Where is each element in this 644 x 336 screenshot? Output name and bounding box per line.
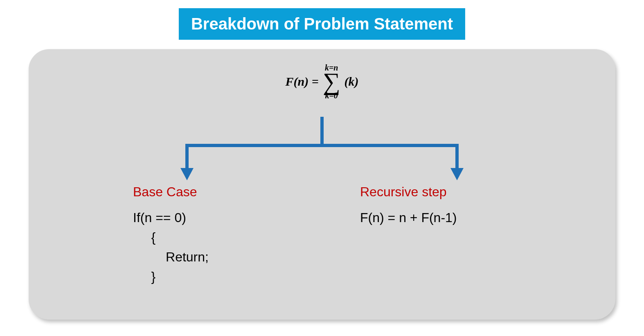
base-case-branch: Base Case If(n == 0) { Return; } <box>133 184 313 286</box>
recursive-step-body: F(n) = n + F(n-1) <box>360 208 540 227</box>
formula-rhs: (k) <box>345 75 359 89</box>
summation-formula: F(n) = k=n ∑ k=0 (k) <box>285 64 358 100</box>
diagram-panel: F(n) = k=n ∑ k=0 (k) Base Case If(n == 0… <box>29 49 615 320</box>
title-banner: Breakdown of Problem Statement <box>179 8 465 40</box>
sigma-icon: ∑ <box>323 72 340 91</box>
branch-connector <box>162 117 482 182</box>
base-case-heading: Base Case <box>133 184 313 200</box>
base-case-body: If(n == 0) { Return; } <box>133 208 313 286</box>
title-text: Breakdown of Problem Statement <box>191 15 453 33</box>
arrow-down-right-icon <box>450 168 464 180</box>
arrow-down-left-icon <box>180 168 194 180</box>
recursive-step-branch: Recursive step F(n) = n + F(n-1) <box>360 184 540 227</box>
sum-lower-limit: k=0 <box>325 91 338 100</box>
formula-lhs: F(n) = <box>285 75 318 89</box>
recursive-step-heading: Recursive step <box>360 184 540 200</box>
sigma-block: k=n ∑ k=0 <box>323 64 340 100</box>
